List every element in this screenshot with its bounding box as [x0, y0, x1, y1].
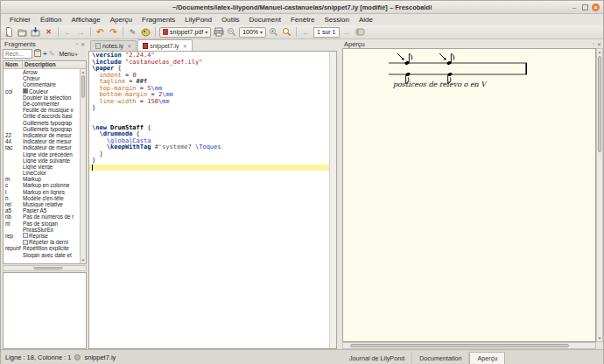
code-area[interactable]: \version "2.24.4"\include "castanuelas_d… [92, 52, 328, 171]
scrollbar-thumb[interactable] [33, 267, 63, 270]
code-line-8[interactable]: line-width = 150\mm [92, 99, 328, 106]
new-document-icon[interactable] [4, 26, 15, 38]
paste-snippet-icon[interactable] [34, 49, 41, 60]
engrave-icon[interactable]: ✎ [127, 26, 138, 38]
fragment-row[interactable]: 22Indicateur de mesur [4, 132, 80, 138]
fragment-row[interactable]: 44Indicateur de mesur [4, 138, 80, 144]
fragment-row[interactable]: relMusique relative [4, 201, 80, 207]
fragments-column-headers[interactable]: Nom Description [4, 61, 86, 69]
music-view[interactable]: posticeos de relevo o en V [342, 48, 596, 342]
float-panel-icon[interactable]: ▫ [76, 41, 78, 46]
panel-tab-journal-de-lilypond[interactable]: Journal de LilyPond [342, 352, 412, 364]
menu-item-édition[interactable]: Édition [36, 15, 66, 24]
document-tab-snippet7.ly[interactable]: snippet7.ly✕ [137, 39, 193, 51]
fragment-row[interactable]: Commentaire [4, 81, 80, 88]
menu-item-outils[interactable]: Outils [217, 15, 243, 24]
redo-icon[interactable]: ↷ [108, 26, 119, 38]
menu-item-session[interactable]: Session [320, 15, 353, 24]
code-line-15[interactable]: \keepWithTag #'systeme7 \Toques [92, 144, 328, 151]
fragment-row[interactable]: Ligne vierge [4, 164, 80, 170]
fragment-row[interactable]: Dé-commenter [4, 101, 80, 107]
fragment-row[interactable]: tacIndicateur de mesur [4, 144, 80, 150]
menu-item-aide[interactable]: Aide [355, 15, 377, 24]
zoom-selector[interactable]: 100% ▾ [239, 27, 266, 38]
fragment-row[interactable]: Chœur [4, 75, 80, 81]
fragment-row[interactable]: lMarkup en lignes [4, 189, 80, 195]
preview-horizontal-scrollbar[interactable] [342, 342, 596, 349]
page-number-field[interactable]: 1 sur 1 [313, 27, 339, 38]
fragment-row[interactable]: Grille d'accords basi [4, 113, 80, 119]
fragment-row[interactable]: colCouleur [4, 88, 80, 94]
fragment-row[interactable]: Arrow [4, 69, 80, 75]
magnifier-icon[interactable] [281, 26, 292, 38]
undo-icon[interactable]: ↶ [95, 26, 106, 38]
fragments-vertical-scrollbar[interactable]: ▲ ▼ [80, 69, 86, 263]
back-icon[interactable]: ← [62, 26, 74, 38]
editor-vertical-scrollbar[interactable] [329, 52, 336, 348]
code-line-2[interactable]: \include "castanuelas_def.ily" [92, 60, 328, 66]
previous-page-icon[interactable]: ← [300, 26, 312, 38]
fragment-row[interactable]: LineColor [4, 170, 80, 176]
fragment-row[interactable]: mMarkup [4, 176, 80, 182]
scroll-down-icon[interactable]: ▼ [81, 258, 86, 262]
fragments-horizontal-scrollbar[interactable] [3, 265, 87, 271]
fragment-row[interactable]: Répéter la derni [4, 239, 80, 245]
close-tab-icon[interactable]: ✕ [127, 43, 131, 49]
add-snippet-icon[interactable]: + [43, 49, 47, 59]
minimize-button[interactable]: – [570, 4, 579, 12]
print-icon[interactable] [213, 26, 224, 38]
edit-snippet-icon[interactable]: ✎ [49, 49, 55, 59]
menu-item-fragments[interactable]: Fragments [137, 15, 179, 24]
fragment-row[interactable]: Guillemets typograp [4, 126, 80, 132]
fragments-menu-button[interactable]: Menu ▾ [56, 49, 80, 59]
close-button[interactable]: × [592, 4, 600, 11]
menu-item-document[interactable]: Document [244, 15, 284, 24]
scroll-up-icon[interactable]: ▲ [597, 50, 602, 54]
code-line-10[interactable] [92, 112, 328, 119]
fragment-row[interactable]: ntPas de slogan [4, 220, 80, 227]
fragment-row[interactable]: Ligne vide précéden [4, 150, 80, 157]
titlebar[interactable]: ~/Documents/latex-lilypond/Manuel-castan… [1, 1, 603, 14]
code-line-9[interactable]: } [92, 105, 328, 112]
fragment-row[interactable]: Guillemets typograp [4, 120, 80, 126]
scrollbar-thumb[interactable] [598, 56, 601, 152]
fragment-row[interactable]: Slogan avec date et [4, 251, 80, 257]
fragment-row[interactable]: Ligne vide suivante [4, 158, 80, 164]
code-line-17[interactable]: } [92, 158, 328, 164]
scrollbar-thumb[interactable] [81, 75, 85, 98]
lilypond-icon[interactable] [140, 26, 151, 38]
fragment-row[interactable]: PhrasSlurEx [4, 227, 80, 233]
close-panel-icon[interactable]: ✕ [597, 41, 601, 47]
code-line-16[interactable]: } [92, 151, 328, 158]
fragment-row[interactable]: a5Papier A5 [4, 207, 80, 214]
code-line-18[interactable] [89, 164, 336, 172]
fragment-row[interactable]: nbPas de numéros de r [4, 214, 80, 220]
document-tab-notes.ly[interactable]: notes.ly✕ [90, 40, 137, 51]
close-panel-icon[interactable]: ✕ [81, 41, 85, 47]
fragment-row[interactable]: Feuille de musique v [4, 107, 80, 113]
preview-vertical-scrollbar[interactable]: ▲ ▼ [596, 48, 603, 342]
menu-item-affichage[interactable]: Affichage [67, 15, 104, 24]
panel-tab-documentation[interactable]: Documentation [412, 352, 469, 364]
save-icon[interactable] [30, 26, 41, 38]
fragment-row[interactable]: Doubler la sélection [4, 94, 80, 101]
fragment-row[interactable]: repReprise [4, 233, 80, 239]
menu-item-aperçu[interactable]: Aperçu [106, 15, 137, 24]
float-panel-icon[interactable]: ▫ [593, 41, 594, 46]
zoom-in-icon[interactable] [268, 26, 279, 38]
forward-icon[interactable]: → [75, 26, 87, 38]
next-page-icon[interactable]: → [341, 26, 353, 38]
menu-item-lilypond[interactable]: LilyPond [180, 15, 216, 24]
jump-to-cursor-icon[interactable] [355, 26, 366, 38]
zoom-out-icon[interactable] [226, 26, 237, 38]
scrollbar-thumb[interactable] [350, 344, 569, 347]
menu-item-fichier[interactable]: Fichier [5, 15, 35, 24]
code-editor[interactable]: \version "2.24.4"\include "castanuelas_d… [88, 51, 337, 349]
panel-tab-aperçu[interactable]: Aperçu [469, 352, 505, 364]
fragments-search-input[interactable] [3, 49, 32, 59]
fragment-row[interactable]: repunfRépétition explicite [4, 245, 80, 251]
maximize-button[interactable] [582, 4, 588, 10]
fragment-row[interactable]: hModèle d'en-tête [4, 195, 80, 201]
menu-item-fenêtre[interactable]: Fenêtre [286, 15, 320, 24]
scroll-down-icon[interactable]: ▼ [597, 336, 602, 340]
